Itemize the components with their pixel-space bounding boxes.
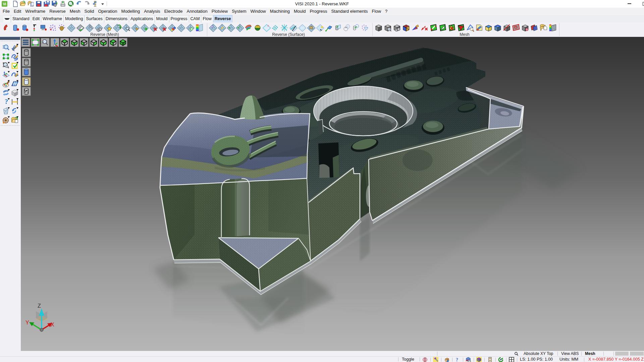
svg-text:Z: Z: [38, 303, 41, 309]
svg-text:?: ?: [456, 357, 458, 362]
svg-text:?: ?: [5, 98, 8, 105]
svg-text:X: X: [51, 322, 54, 327]
svg-text:Vi: Vi: [3, 2, 6, 6]
svg-text:Y: Y: [25, 320, 29, 325]
